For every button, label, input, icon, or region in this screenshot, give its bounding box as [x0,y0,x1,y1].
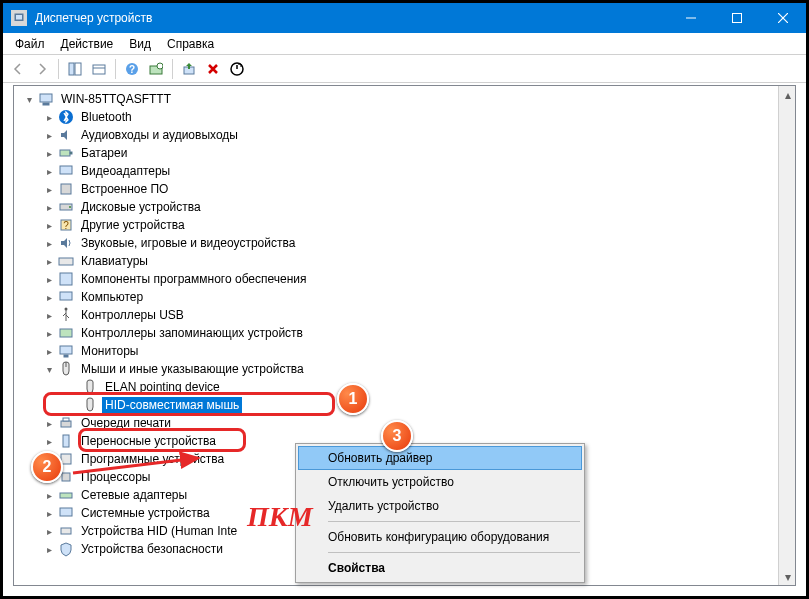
tree-category[interactable]: ▸Аудиовходы и аудиовыходы [14,126,795,144]
disable-button[interactable] [226,58,248,80]
tree-category[interactable]: ▸Контроллеры USB [14,306,795,324]
chevron-right-icon[interactable]: ▸ [42,218,56,232]
chevron-right-icon[interactable]: ▸ [42,146,56,160]
ctx-rescan[interactable]: Обновить конфигурацию оборудования [298,525,582,549]
svg-rect-6 [69,63,74,75]
tree-category[interactable]: ▸Звуковые, игровые и видеоустройства [14,234,795,252]
bluetooth-icon [58,109,74,125]
tree-category[interactable]: ▸?Другие устройства [14,216,795,234]
show-hide-tree-button[interactable] [64,58,86,80]
chevron-right-icon[interactable]: ▸ [42,488,56,502]
toolbar-separator [58,59,59,79]
network-icon [58,487,74,503]
tree-root[interactable]: ▾ WIN-85TTQASFTTT [14,90,795,108]
menu-action[interactable]: Действие [53,34,122,54]
svg-rect-17 [43,103,49,105]
ctx-update-driver[interactable]: Обновить драйвер [298,446,582,470]
tree-category[interactable]: ▸Встроенное ПО [14,180,795,198]
svg-rect-7 [75,63,81,75]
chevron-right-icon[interactable]: ▸ [42,434,56,448]
chevron-right-icon[interactable]: ▸ [42,164,56,178]
update-driver-button[interactable] [178,58,200,80]
svg-rect-29 [60,292,72,300]
computer-icon [58,289,74,305]
scan-hardware-button[interactable] [145,58,167,80]
chevron-right-icon[interactable]: ▸ [42,272,56,286]
tree-category[interactable]: ▸Мониторы [14,342,795,360]
badge-2: 2 [31,451,63,483]
chevron-right-icon[interactable]: ▸ [42,182,56,196]
computer-icon [38,91,54,107]
firmware-icon [58,181,74,197]
menu-file[interactable]: Файл [7,34,53,54]
maximize-button[interactable] [714,3,760,33]
sound-icon [58,235,74,251]
tree-category[interactable]: ▸Компьютер [14,288,795,306]
titlebar: Диспетчер устройств [3,3,806,33]
back-button[interactable] [7,58,29,80]
chevron-right-icon[interactable]: ▸ [42,200,56,214]
menubar: Файл Действие Вид Справка [3,33,806,55]
tree-category[interactable]: ▸Bluetooth [14,108,795,126]
svg-rect-22 [61,184,71,194]
svg-rect-28 [60,273,72,285]
tree-device-elan[interactable]: ELAN pointing device [14,378,795,396]
chevron-right-icon[interactable]: ▸ [42,542,56,556]
ctx-properties[interactable]: Свойства [298,556,582,580]
tree-category[interactable]: ▸Клавиатуры [14,252,795,270]
chevron-down-icon[interactable]: ▾ [42,362,56,376]
mouse-icon [82,397,98,413]
chevron-right-icon[interactable]: ▸ [42,344,56,358]
ctx-separator [328,552,580,553]
menu-help[interactable]: Справка [159,34,222,54]
chevron-right-icon[interactable]: ▸ [42,416,56,430]
tree-category[interactable]: ▸Дисковые устройства [14,198,795,216]
tree-category-mice[interactable]: ▾Мыши и иные указывающие устройства [14,360,795,378]
context-menu: Обновить драйвер Отключить устройство Уд… [295,443,585,583]
chevron-right-icon[interactable]: ▸ [42,254,56,268]
root-label: WIN-85TTQASFTTT [58,91,174,107]
svg-point-24 [69,206,71,208]
tree-category[interactable]: ▸Компоненты программного обеспечения [14,270,795,288]
ctx-remove-device[interactable]: Удалить устройство [298,494,582,518]
chevron-right-icon[interactable]: ▸ [42,236,56,250]
security-icon [58,541,74,557]
tree-category[interactable]: ▸Батареи [14,144,795,162]
usb-icon [58,307,74,323]
properties-button[interactable] [88,58,110,80]
svg-text:?: ? [129,64,135,75]
forward-button[interactable] [31,58,53,80]
toolbar-separator [172,59,173,79]
svg-rect-3 [733,14,742,23]
svg-rect-32 [60,346,72,354]
tree-category[interactable]: ▸Видеоадаптеры [14,162,795,180]
chevron-right-icon[interactable]: ▸ [42,326,56,340]
chevron-right-icon[interactable]: ▸ [42,524,56,538]
svg-rect-42 [61,528,71,534]
menu-view[interactable]: Вид [121,34,159,54]
chevron-right-icon[interactable]: ▸ [42,110,56,124]
scroll-up-icon[interactable]: ▴ [779,86,796,103]
svg-rect-1 [16,15,22,20]
scroll-down-icon[interactable]: ▾ [779,568,796,585]
chevron-right-icon[interactable]: ▸ [42,308,56,322]
svg-point-13 [157,63,163,69]
tree-device-hid-mouse[interactable]: HID-совместимая мышь [14,396,795,414]
help-button[interactable]: ? [121,58,143,80]
chevron-right-icon[interactable]: ▸ [42,506,56,520]
svg-rect-33 [64,355,68,357]
minimize-button[interactable] [668,3,714,33]
keyboard-icon [58,253,74,269]
uninstall-button[interactable] [202,58,224,80]
svg-rect-19 [60,150,70,156]
ctx-disable-device[interactable]: Отключить устройство [298,470,582,494]
svg-rect-20 [70,152,72,154]
tree-category[interactable]: ▸Контроллеры запоминающих устройств [14,324,795,342]
vertical-scrollbar[interactable]: ▴ ▾ [778,86,795,585]
display-icon [58,163,74,179]
chevron-right-icon[interactable]: ▸ [42,290,56,304]
pkm-label: ПКМ [247,501,313,533]
chevron-right-icon[interactable]: ▸ [42,128,56,142]
chevron-down-icon[interactable]: ▾ [22,92,36,106]
close-button[interactable] [760,3,806,33]
